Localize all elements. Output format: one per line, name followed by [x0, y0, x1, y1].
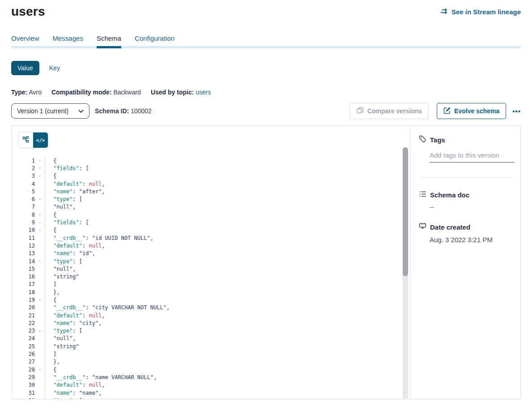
compatibility-mode: Compatibility mode: Backward	[51, 89, 141, 96]
schema-code-area: </> 1▾{2▾ "fields": [3▾ {4 "default": nu…	[12, 126, 410, 399]
page-header: users See in Stream lineage	[11, 0, 521, 19]
line-number: 2	[18, 165, 35, 171]
fold-toggle-icon[interactable]: ▾	[35, 197, 45, 201]
schema-view-toggle: </>	[18, 132, 48, 148]
fold-toggle-icon[interactable]: ▾	[35, 174, 45, 178]
fold-toggle-icon[interactable]: ▾	[35, 228, 45, 232]
compat-value: Backward	[113, 89, 140, 96]
code-line: 3▾ {	[18, 172, 410, 180]
key-tab-button[interactable]: Key	[49, 64, 60, 72]
tag-icon	[419, 135, 426, 144]
stream-lineage-link[interactable]: See in Stream lineage	[440, 8, 521, 16]
code-line: 31 "name": "name",	[18, 389, 410, 397]
code-text: ]	[45, 350, 56, 358]
fold-toggle-icon[interactable]: ▾	[35, 158, 45, 162]
code-text: "type": [	[45, 397, 82, 399]
tab-bar: OverviewMessagesSchemaConfiguration	[11, 34, 521, 48]
code-text: {	[45, 366, 56, 373]
line-number: 11	[18, 235, 35, 241]
version-select-value: Version 1 (current)	[17, 107, 68, 115]
tree-view-icon	[22, 136, 30, 145]
line-number: 22	[18, 320, 35, 326]
fold-toggle-icon[interactable]: ▾	[35, 213, 45, 217]
stream-lineage-icon	[440, 8, 448, 16]
date-created-value: Aug. 3 2022 3:21 PM	[430, 236, 514, 243]
code-text: {	[45, 172, 56, 180]
code-line: 30 "default": null,	[18, 381, 410, 389]
line-number: 3	[18, 173, 35, 179]
schema-doc-section: Schema doc --	[419, 191, 514, 211]
code-text: "default": null,	[45, 242, 105, 249]
line-number: 27	[18, 359, 35, 365]
code-line: 20 "__crdb__": "city VARCHAR NOT NULL",	[18, 304, 410, 312]
code-text: "name": "city",	[45, 319, 102, 327]
tab-track	[11, 46, 521, 48]
line-number: 4	[18, 181, 35, 187]
line-number: 1	[18, 158, 35, 164]
tree-view-button[interactable]	[18, 132, 33, 148]
line-number: 7	[18, 204, 35, 210]
code-text: {	[45, 226, 56, 234]
evolve-schema-button[interactable]: Evolve schema	[437, 103, 506, 119]
code-text: },	[45, 358, 60, 366]
topic-link[interactable]: users	[196, 89, 211, 96]
date-created-section: Date created Aug. 3 2022 3:21 PM	[419, 222, 514, 243]
compare-versions-label: Compare versions	[367, 107, 422, 115]
code-text: {	[45, 296, 56, 303]
value-tab-button[interactable]: Value	[11, 61, 39, 75]
line-number: 12	[18, 243, 35, 249]
used-by-topic: Used by topic: users	[151, 89, 211, 96]
code-line: 24 "null",	[18, 335, 410, 342]
tags-title: Tags	[430, 136, 445, 144]
calendar-icon	[419, 222, 426, 231]
compare-versions-button[interactable]: Compare versions	[350, 103, 429, 119]
code-line: 9▾ "fields": [	[18, 218, 410, 226]
code-scrollbar-thumb[interactable]	[403, 147, 408, 276]
code-text: "null",	[45, 265, 76, 273]
code-text: "string"	[45, 273, 79, 280]
version-select[interactable]: Version 1 (current)	[11, 103, 89, 119]
code-line: 11 "__crdb__": "id UUID NOT NULL",	[18, 234, 410, 242]
more-options-button[interactable]: •••	[512, 107, 521, 115]
code-text: "__crdb__": "id UUID NOT NULL",	[45, 234, 153, 242]
code-text: "null",	[45, 335, 76, 342]
schema-doc-header: Schema doc	[419, 191, 514, 199]
list-icon	[419, 191, 426, 199]
code-line: 29 "__crdb__": "name VARCHAR NULL",	[18, 373, 410, 381]
topic-label: Used by topic:	[151, 89, 194, 96]
add-tags-input[interactable]	[430, 150, 515, 162]
code-scrollbar[interactable]	[403, 147, 408, 399]
fold-toggle-icon[interactable]: ▾	[35, 329, 45, 333]
fold-toggle-icon[interactable]: ▾	[35, 166, 45, 170]
schema-sidebar: Tags Schema doc --	[410, 126, 520, 399]
fold-toggle-icon[interactable]: ▾	[35, 298, 45, 302]
fold-toggle-icon[interactable]: ▾	[35, 367, 45, 372]
schema-json-viewer: 1▾{2▾ "fields": [3▾ {4 "default": null,5…	[18, 157, 410, 399]
fold-toggle-icon[interactable]: ▾	[35, 398, 45, 399]
code-line: 8▾ {	[18, 211, 410, 218]
code-text: "fields": [	[45, 164, 89, 172]
line-number: 28	[18, 367, 35, 373]
code-line: 2▾ "fields": [	[18, 164, 410, 172]
line-number: 32	[18, 397, 35, 399]
stream-lineage-label: See in Stream lineage	[451, 8, 521, 16]
fold-toggle-icon[interactable]: ▾	[35, 221, 45, 225]
schema-page: users See in Stream lineage OverviewMess…	[0, 0, 532, 399]
tab-schema[interactable]: Schema	[97, 34, 121, 48]
code-text: ]	[45, 281, 56, 288]
compat-label: Compatibility mode:	[51, 89, 112, 96]
code-line: 1▾{	[18, 157, 410, 164]
line-number: 15	[18, 266, 35, 272]
code-view-button[interactable]: </>	[33, 132, 48, 148]
code-line: 23▾ "type": [	[18, 327, 410, 335]
type-value: Avro	[29, 89, 42, 96]
fold-toggle-icon[interactable]: ▾	[35, 259, 45, 263]
code-text: "name": "name",	[45, 389, 102, 397]
code-line: 19▾ {	[18, 296, 410, 303]
schema-controls-row: Version 1 (current) Schema ID: 100002 Co…	[11, 103, 521, 119]
code-text: },	[45, 288, 60, 296]
edit-icon	[443, 107, 451, 115]
code-text: "type": [	[45, 257, 82, 265]
line-number: 25	[18, 343, 35, 350]
code-text: {	[45, 157, 56, 164]
